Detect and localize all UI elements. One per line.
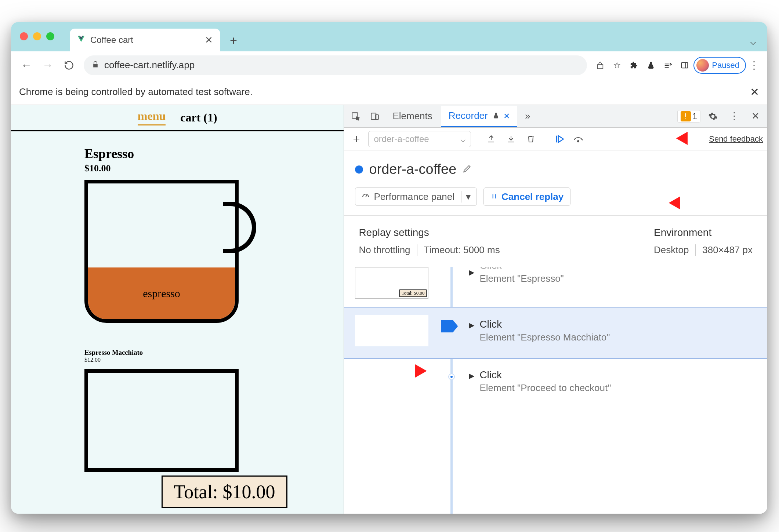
cup-body: espresso [84, 180, 239, 323]
close-tab-icon[interactable]: ✕ [503, 112, 510, 121]
new-tab-button[interactable]: ＋ [225, 32, 242, 49]
address-bar: ← → coffee-cart.netlify.app ☆ Paused ⋮ [11, 51, 767, 79]
recording-status-dot-icon [355, 165, 363, 174]
warning-icon: ! [681, 111, 691, 121]
tab-search-chevron-icon[interactable]: ⌵ [750, 35, 756, 47]
step-dot-icon [449, 374, 454, 379]
chevron-down-icon: ⌵ [460, 134, 465, 144]
step-element: Element "Espresso" [479, 273, 564, 284]
browser-window: Coffee cart ✕ ＋ ⌵ ← → coffee-cart.netlif… [11, 22, 767, 514]
side-panel-icon[interactable] [677, 57, 693, 73]
step-element: Element "Espresso Macchiato" [479, 332, 610, 343]
device-toolbar-icon[interactable] [366, 108, 384, 125]
product-espresso: Espresso $10.00 espresso [11, 131, 344, 327]
cup-handle [223, 202, 256, 253]
delete-trash-icon[interactable] [523, 131, 539, 147]
infobar-close-icon[interactable]: ✕ [750, 85, 759, 98]
url-actions: ☆ Paused ⋮ [592, 57, 761, 74]
flask-icon [493, 110, 502, 121]
chevron-down-icon: ▾ [461, 191, 471, 203]
extensions-puzzle-icon[interactable] [626, 57, 642, 73]
infobar-text: Chrome is being controlled by automated … [19, 86, 253, 98]
nav-menu-link[interactable]: menu [138, 109, 166, 125]
cup-body [84, 369, 239, 472]
forward-button[interactable]: → [38, 56, 57, 75]
cup-graphic[interactable]: espresso [84, 180, 246, 327]
recording-header: order-a-coffee Performance panel ▾ [344, 150, 767, 216]
inspect-element-icon[interactable] [347, 108, 365, 125]
import-icon[interactable] [503, 131, 519, 147]
step-over-icon[interactable] [571, 131, 587, 147]
devtools-menu-icon[interactable]: ⋮ [725, 108, 743, 125]
devtools-panel: Elements Recorder ✕ » ! 1 [344, 105, 767, 514]
recorder-toolbar: order-a-coffee ⌵ [344, 128, 767, 150]
svg-rect-0 [682, 62, 688, 68]
nav-cart-link[interactable]: cart (1) [180, 111, 217, 124]
avatar-icon [696, 59, 709, 72]
performance-panel-button[interactable]: Performance panel ▾ [355, 187, 477, 206]
issues-badge[interactable]: ! 1 [677, 110, 700, 123]
close-window-button[interactable] [20, 32, 28, 40]
labs-flask-icon[interactable] [643, 57, 659, 73]
cup-graphic[interactable] [84, 369, 246, 435]
profile-paused-pill[interactable]: Paused [693, 57, 746, 74]
more-tabs-chevron-icon[interactable]: » [519, 108, 536, 125]
expand-chevron-icon[interactable]: ▶ [469, 321, 474, 343]
page-nav: menu cart (1) [11, 105, 344, 131]
step-row[interactable]: Total: $0.00 ▶ Click Element "Espresso" [344, 267, 767, 307]
browser-tab[interactable]: Coffee cart ✕ [70, 29, 220, 51]
step-thumbnail: Total: $0.00 [355, 267, 428, 299]
step-label: Click [479, 267, 564, 272]
throttling-value: No throttling [359, 244, 410, 256]
url-field[interactable]: coffee-cart.netlify.app [84, 55, 587, 75]
pause-icon [490, 191, 498, 203]
lock-icon [92, 59, 99, 71]
step-row[interactable]: ▶ Click Element "Proceed to checkout" [344, 359, 767, 410]
new-recording-button[interactable] [348, 131, 365, 147]
fullscreen-window-button[interactable] [46, 32, 54, 40]
export-icon[interactable] [483, 131, 499, 147]
settings-gear-icon[interactable] [704, 108, 722, 125]
cup-fill-label: espresso [88, 267, 235, 319]
settings-row: Replay settings No throttling Timeout: 5… [344, 216, 767, 267]
tab-recorder[interactable]: Recorder ✕ [441, 106, 517, 127]
bookmark-star-icon[interactable]: ☆ [609, 57, 625, 73]
edit-pencil-icon[interactable] [462, 164, 472, 175]
send-feedback-link[interactable]: Send feedback [709, 134, 763, 144]
current-step-marker-icon [441, 320, 458, 332]
media-control-icon[interactable] [660, 57, 676, 73]
cancel-replay-button[interactable]: Cancel replay [483, 187, 570, 206]
devtools-close-icon[interactable]: ✕ [747, 108, 764, 125]
step-row-active[interactable]: ▶ Click Element "Espresso Macchiato" [344, 307, 767, 359]
devtools-tabbar: Elements Recorder ✕ » ! 1 [344, 105, 767, 128]
replay-settings[interactable]: Replay settings No throttling Timeout: 5… [359, 227, 500, 256]
product-price: $12.00 [84, 357, 344, 363]
share-icon[interactable] [592, 57, 608, 73]
environment-heading: Environment [654, 227, 753, 238]
automation-infobar: Chrome is being controlled by automated … [11, 79, 767, 105]
minimize-window-button[interactable] [33, 32, 41, 40]
tab-elements[interactable]: Elements [385, 106, 439, 126]
recording-placeholder: order-a-coffee [374, 134, 429, 144]
back-button[interactable]: ← [17, 56, 36, 75]
total-badge[interactable]: Total: $10.00 [162, 475, 287, 508]
recording-dropdown[interactable]: order-a-coffee ⌵ [368, 131, 471, 147]
product-macchiato: Espresso Macchiato $12.00 [11, 327, 344, 435]
expand-chevron-icon[interactable]: ▶ [469, 371, 474, 394]
environment-settings[interactable]: Environment Desktop 380×487 px [654, 227, 753, 256]
paused-label: Paused [712, 61, 739, 70]
browser-menu-button[interactable]: ⋮ [747, 59, 761, 71]
steps-list: Total: $0.00 ▶ Click Element "Espresso" [344, 267, 767, 514]
replay-button[interactable] [551, 131, 567, 147]
reload-button[interactable] [59, 56, 79, 75]
close-tab-icon[interactable]: ✕ [205, 34, 213, 46]
step-thumbnail [355, 365, 428, 397]
replay-settings-heading: Replay settings [359, 227, 500, 238]
gauge-icon [361, 191, 370, 203]
recording-title: order-a-coffee [369, 161, 456, 177]
expand-chevron-icon[interactable]: ▶ [469, 268, 474, 284]
vue-favicon-icon [77, 35, 85, 45]
timeout-value: Timeout: 5000 ms [417, 244, 500, 256]
device-value: Desktop [654, 244, 689, 256]
product-price: $10.00 [84, 163, 344, 174]
